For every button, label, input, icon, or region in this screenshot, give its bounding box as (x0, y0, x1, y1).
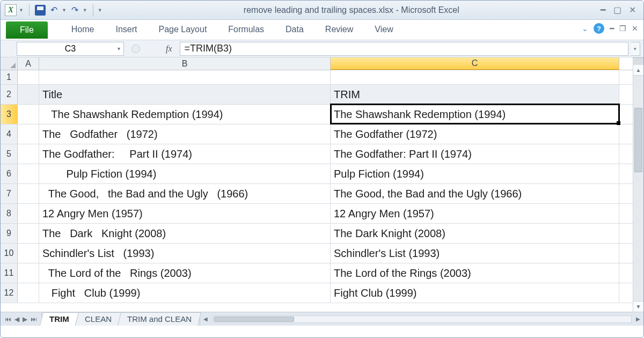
vertical-scrollbar[interactable]: ▲ ▼ (633, 57, 643, 312)
cell[interactable] (18, 204, 39, 223)
formula-input[interactable]: =TRIM(B3) (180, 42, 628, 56)
cell[interactable]: The Dark Knight (2008) (331, 224, 619, 243)
cancel-formula-icon[interactable] (131, 45, 140, 53)
scrollbar-track[interactable] (633, 76, 643, 301)
save-icon[interactable] (35, 5, 46, 16)
cell[interactable]: 12 Angry Men (1957) (39, 204, 331, 223)
scroll-left-icon[interactable]: ◀ (200, 316, 211, 322)
row-header[interactable]: 6 (1, 164, 18, 183)
help-icon[interactable]: ? (594, 23, 604, 34)
row-header[interactable]: 7 (1, 184, 18, 203)
tab-view[interactable]: View (364, 20, 404, 40)
tab-data[interactable]: Data (275, 20, 314, 40)
undo-dropdown-icon[interactable]: ▼ (62, 8, 67, 13)
hscroll-track[interactable] (212, 315, 632, 323)
sheet-nav-first-icon[interactable]: ⏮ (4, 315, 12, 323)
cell[interactable]: Fight Club (1999) (39, 283, 331, 303)
cell[interactable]: The Shawshank Redemption (1994) (39, 105, 331, 124)
row-header[interactable]: 10 (1, 244, 18, 263)
minimize-icon[interactable]: ━ (601, 5, 606, 15)
cell[interactable]: The Shawshank Redemption (1994) (331, 105, 619, 124)
horizontal-scrollbar[interactable]: ◀ ▶ (200, 312, 643, 326)
cell[interactable] (18, 164, 39, 183)
sheet-tab-trim-and-clean[interactable]: TRIM and CLEAN (118, 312, 201, 326)
row-header[interactable]: 1 (1, 70, 18, 84)
cell[interactable] (18, 144, 39, 164)
cell[interactable] (18, 85, 39, 104)
cell[interactable]: The Good, the Bad and the Ugly (1966) (39, 184, 331, 203)
cell[interactable]: The Godfather (1972) (331, 124, 619, 144)
column-header-c[interactable]: C (331, 57, 619, 70)
hscroll-thumb[interactable] (214, 317, 294, 322)
row-header[interactable]: 8 (1, 204, 18, 223)
tab-formulas[interactable]: Formulas (217, 20, 275, 40)
cell[interactable]: The Lord of the Rings (2003) (39, 263, 331, 283)
undo-icon[interactable]: ↶ (49, 5, 60, 15)
row-header[interactable]: 5 (1, 144, 18, 164)
column-header-b[interactable]: B (39, 57, 331, 70)
row-header[interactable]: 2 (1, 85, 18, 104)
cell[interactable] (18, 184, 39, 203)
tab-page-layout[interactable]: Page Layout (148, 20, 217, 40)
cell[interactable] (18, 283, 39, 303)
sheet-nav-prev-icon[interactable]: ◀ (13, 315, 20, 323)
redo-icon[interactable]: ↷ (70, 5, 80, 15)
maximize-icon[interactable]: ▢ (613, 5, 621, 15)
cell[interactable] (331, 70, 619, 84)
cell[interactable] (18, 124, 39, 144)
cell[interactable]: Pulp Fiction (1994) (39, 164, 331, 183)
cell-title-header[interactable]: Title (39, 85, 331, 104)
tab-review[interactable]: Review (314, 20, 364, 40)
redo-dropdown-icon[interactable]: ▼ (83, 8, 87, 13)
ribbon-minimize-icon[interactable]: ⌄ (582, 24, 588, 33)
cell[interactable] (18, 70, 39, 84)
name-box[interactable]: C3 (17, 42, 124, 56)
mdi-close-icon[interactable]: ✕ (632, 24, 638, 33)
cell[interactable]: Fight Club (1999) (331, 283, 619, 303)
sheet-nav-last-icon[interactable]: ⏭ (30, 315, 38, 323)
cell[interactable]: The Lord of the Rings (2003) (331, 263, 619, 283)
cell[interactable]: The Godfather (1972) (39, 124, 331, 144)
cell[interactable]: Schindler's List (1993) (39, 244, 331, 263)
mdi-restore-icon[interactable]: ❐ (619, 24, 626, 33)
cell[interactable]: Schindler's List (1993) (331, 244, 619, 263)
customize-qat-icon[interactable]: ▼ (98, 8, 103, 13)
cell[interactable]: The Godfather: Part II (1974) (39, 144, 331, 164)
cell[interactable] (18, 224, 39, 243)
scrollbar-thumb[interactable] (634, 108, 642, 172)
scroll-down-icon[interactable]: ▼ (633, 301, 643, 312)
close-icon[interactable]: ✕ (629, 5, 636, 15)
sheet-tab-trim[interactable]: TRIM (40, 312, 79, 326)
app-menu-dropdown-icon[interactable]: ▼ (19, 8, 24, 13)
cell[interactable] (18, 105, 39, 124)
cell[interactable] (39, 70, 331, 84)
select-all-button[interactable] (1, 57, 18, 70)
split-handle-top[interactable] (633, 57, 643, 65)
file-tab[interactable]: File (6, 21, 48, 39)
column-header-a[interactable]: A (18, 57, 39, 70)
excel-app-icon[interactable] (5, 4, 17, 16)
row-header[interactable]: 4 (1, 124, 18, 144)
sheet-tab-clean[interactable]: CLEAN (75, 312, 121, 326)
row-header[interactable]: 3 (1, 105, 18, 124)
scroll-right-icon[interactable]: ▶ (633, 316, 643, 322)
mdi-minimize-icon[interactable]: ━ (610, 24, 614, 33)
worksheet-grid[interactable]: A B C 1 2 Title TRIM 3 The Shawshank Red… (1, 57, 633, 312)
cell[interactable]: The Godfather: Part II (1974) (331, 144, 619, 164)
sheet-nav-next-icon[interactable]: ▶ (21, 315, 28, 323)
row-header[interactable]: 9 (1, 224, 18, 243)
formula-bar-expand-icon[interactable]: ▾ (631, 42, 640, 56)
cell[interactable] (18, 244, 39, 263)
cell[interactable]: The Good, the Bad and the Ugly (1966) (331, 184, 619, 203)
cell[interactable]: Pulp Fiction (1994) (331, 164, 619, 183)
fx-icon[interactable]: fx (142, 44, 178, 54)
row-header[interactable]: 12 (1, 283, 18, 303)
cell-trim-header[interactable]: TRIM (331, 85, 619, 104)
row-header[interactable]: 11 (1, 263, 18, 283)
cell[interactable] (18, 263, 39, 283)
scroll-up-icon[interactable]: ▲ (633, 65, 643, 76)
cell[interactable]: The Dark Knight (2008) (39, 224, 331, 243)
cell[interactable]: 12 Angry Men (1957) (331, 204, 619, 223)
tab-insert[interactable]: Insert (105, 20, 148, 40)
tab-home[interactable]: Home (61, 20, 105, 40)
